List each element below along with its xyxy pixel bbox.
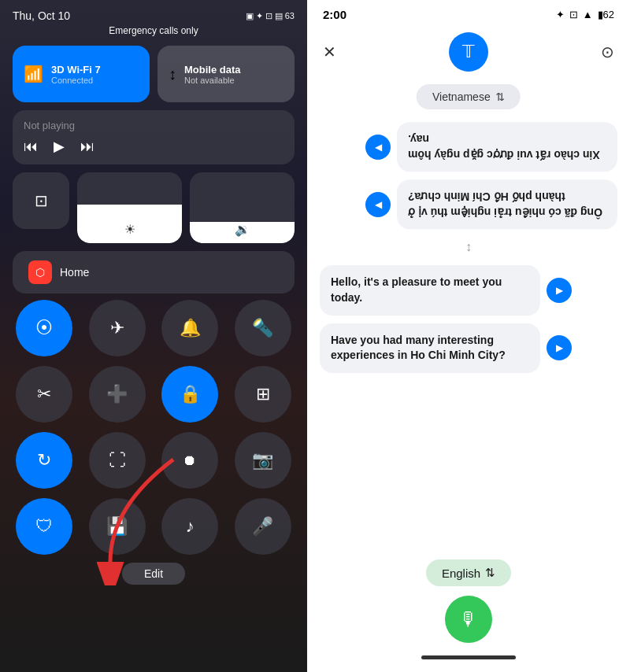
medkit-icon: ➕ [106, 384, 128, 404]
mobile-text: Mobile data Not available [184, 64, 241, 85]
camera-icon: 📷 [252, 450, 273, 471]
slider-row: ⊡ ☀ 🔉 [13, 172, 295, 243]
media-controls: ⏮ ▶ ⏭ [24, 138, 284, 155]
language-pill[interactable]: ⇅ Vietnamese [417, 84, 521, 109]
message-text-2: Ông đã có nhiều trải nghiệm thú vị ở thà… [408, 191, 602, 220]
status-bar-left: Thu, Oct 10 ▣ ✦ ⊡ ▤ 63 [0, 0, 307, 25]
time-display: 2:00 [323, 8, 346, 21]
sync-button[interactable]: ↻ [16, 432, 72, 489]
settings-button[interactable]: ⊙ [601, 42, 614, 61]
sync-icon: ↻ [37, 450, 51, 471]
control-center-panel: Thu, Oct 10 ▣ ✦ ⊡ ▤ 63 Emergency calls o… [0, 0, 307, 672]
play-button-3[interactable]: ▶ [547, 278, 572, 303]
music-icon: ♪ [186, 516, 195, 537]
right-status-icons: ✦ ⊡ ▲ ▮62 [556, 9, 614, 20]
bluetooth-status-icon: ✦ [556, 9, 565, 20]
bluetooth-icon: ⦿ [35, 318, 53, 338]
home-icon: ⬡ [28, 260, 52, 284]
message-row-1: Xin chào rất vui được gặp ngày hôm nay. … [320, 122, 617, 172]
translate-icon: 𝕋 [462, 42, 475, 62]
edit-area: Edit [0, 563, 307, 585]
date-display: Thu, Oct 10 [13, 9, 70, 22]
airplane-button[interactable]: ✈ [89, 300, 146, 356]
top-tiles-row: 📶 3D Wi-Fi 7 Connected ↕ Mobile data Not… [13, 46, 295, 102]
next-button[interactable]: ⏭ [80, 138, 94, 155]
wifi-icon: 📶 [24, 65, 43, 83]
expand-button[interactable]: ⛶ [89, 432, 146, 489]
mobile-status: Not available [184, 76, 241, 85]
airplane-icon: ✈ [110, 318, 124, 338]
mobile-icon: ↕ [169, 65, 176, 83]
app-logo: 𝕋 [449, 32, 488, 72]
lang-arrows-icon: ⇅ [495, 90, 505, 103]
close-button[interactable]: ✕ [323, 42, 336, 61]
sim-icon: ⊡ [569, 9, 578, 20]
medkit-button[interactable]: ➕ [89, 366, 146, 423]
message-bubble-3: Hello, it's a pleasure to meet you today… [320, 265, 540, 315]
prev-button[interactable]: ⏮ [24, 138, 38, 155]
swap-divider: ↕ [320, 237, 617, 257]
shield-button[interactable]: 🛡 [16, 498, 72, 555]
translator-panel: 2:00 ✦ ⊡ ▲ ▮62 ✕ 𝕋 ⊙ ⇅ Vietnamese Xin ch… [307, 0, 630, 672]
app-header: ✕ 𝕋 ⊙ [307, 26, 630, 78]
grid-icon: ⊞ [256, 384, 270, 404]
save-icon: 💾 [106, 516, 128, 537]
chat-area: Xin chào rất vui được gặp ngày hôm nay. … [307, 116, 630, 552]
scissors-icon: ✂ [37, 384, 51, 404]
expand-icon: ⛶ [109, 450, 126, 471]
save-button[interactable]: 💾 [89, 498, 146, 555]
flashlight-button[interactable]: 🔦 [235, 300, 291, 356]
play-button-1[interactable]: ◀ [365, 135, 391, 160]
grid-button[interactable]: ⊞ [235, 366, 291, 423]
volume-icon: 🔉 [235, 222, 250, 237]
mic-icon: 🎙 [459, 608, 478, 630]
bluetooth-button[interactable]: ⦿ [16, 300, 72, 356]
record-icon: ⏺ [183, 452, 197, 469]
music-button[interactable]: ♪ [161, 498, 218, 555]
mobile-name: Mobile data [184, 64, 241, 76]
edit-button[interactable]: Edit [122, 563, 185, 585]
wifi-status: Connected [51, 76, 101, 85]
cc-grid: 📶 3D Wi-Fi 7 Connected ↕ Mobile data Not… [0, 39, 307, 300]
record-button[interactable]: ⏺ [161, 432, 218, 489]
scissors-button[interactable]: ✂ [16, 366, 72, 423]
language-label: Vietnamese [432, 90, 491, 103]
wifi-tile[interactable]: 📶 3D Wi-Fi 7 Connected [13, 46, 150, 102]
bell-button[interactable]: 🔔 [161, 300, 218, 356]
message-row-3: Hello, it's a pleasure to meet you today… [320, 265, 617, 315]
message-text-4: Have you had many interesting experience… [331, 334, 506, 362]
mobile-data-tile[interactable]: ↕ Mobile data Not available [158, 46, 295, 102]
play-button-4[interactable]: ▶ [547, 335, 572, 360]
battery-status: ▣ ✦ ⊡ ▤ 63 [246, 11, 295, 21]
english-language-pill[interactable]: English ⇅ [426, 559, 511, 586]
icon-grid-wrapper: ⦿ ✈ 🔔 🔦 ✂ ➕ 🔒 ⊞ [0, 300, 307, 555]
battery-right-icon: ▮62 [598, 9, 614, 20]
play-button[interactable]: ▶ [54, 138, 65, 155]
google-home-icon: ⬡ [35, 266, 45, 279]
shield-icon: 🛡 [35, 516, 53, 537]
status-icons: ▣ ✦ ⊡ ▤ 63 [246, 11, 295, 21]
lock-rotation-button[interactable]: 🔒 [161, 366, 218, 423]
mic-button[interactable]: 🎙 [445, 596, 492, 643]
bell-icon: 🔔 [180, 318, 201, 338]
brightness-icon: ☀ [124, 222, 135, 237]
screencast-icon: ⊡ [35, 191, 48, 210]
camera-button[interactable]: 📷 [235, 432, 291, 489]
flashlight-icon: 🔦 [252, 318, 273, 338]
message-bubble-4: Have you had many interesting experience… [320, 323, 540, 373]
message-row-4: Have you had many interesting experience… [320, 323, 617, 373]
language-selector[interactable]: ⇅ Vietnamese [307, 78, 630, 116]
brightness-slider[interactable]: ☀ [77, 172, 182, 243]
mic2-button[interactable]: 🎤 [235, 498, 291, 555]
home-tile[interactable]: ⬡ Home [13, 251, 295, 294]
home-label: Home [60, 266, 89, 279]
play-button-2[interactable]: ◀ [365, 192, 391, 217]
message-row-2: Ông đã có nhiều trải nghiệm thú vị ở thà… [320, 179, 617, 229]
volume-slider[interactable]: 🔉 [190, 172, 295, 243]
emergency-label: Emergency calls only [0, 25, 307, 39]
lock-rotation-icon: 🔒 [180, 384, 201, 404]
lang-selector-arrow: ⇅ [485, 566, 495, 580]
message-bubble-2: Ông đã có nhiều trải nghiệm thú vị ở thà… [397, 179, 617, 229]
bottom-area: English ⇅ 🎙 [307, 552, 630, 672]
screencast-tile[interactable]: ⊡ [13, 172, 69, 229]
